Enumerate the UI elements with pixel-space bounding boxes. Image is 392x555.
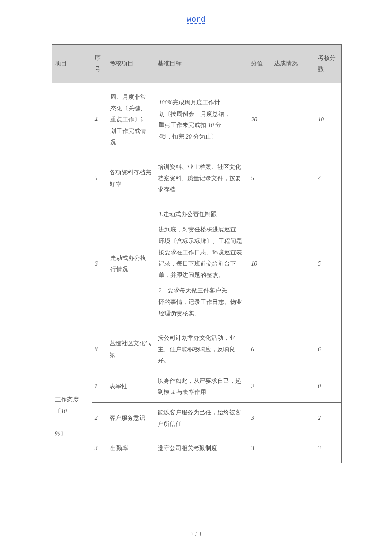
cell-item: 出勤率: [107, 434, 155, 463]
txt: 怀的事情，记录工作日志。物业经理负责核实。: [159, 297, 245, 319]
table-row: 6 走动式办公执行情况 1.走动式办公责任制跟 进到底，对责任楼栋进展巡查，环境…: [52, 200, 342, 328]
txt: 进到底，对责任楼栋进展巡查，环境〔含标示标牌〕、工程问题按要求在工作日志、环境巡…: [159, 224, 245, 281]
txt: 重点工作未完成扣: [159, 122, 208, 128]
cell-score: 2: [248, 371, 271, 402]
cell-assess: 2: [315, 403, 342, 434]
txt: 工作态度〔: [55, 396, 79, 414]
table-row: 2 客户服务意识 能以客户服务为己任，始终被客户所信任 3 2: [52, 403, 342, 434]
cell-item: 客户服务意识: [107, 403, 155, 434]
txt: 1.: [159, 211, 163, 217]
txt: 100%: [159, 99, 173, 106]
txt: 〕: [60, 431, 66, 437]
cell-standard: 培训资料、业主档案、社区文化档案资料、质量记录文件，按要求存档: [155, 157, 248, 200]
th-score: 分值: [248, 45, 271, 83]
cell-no: 4: [92, 83, 107, 157]
cell-item: 表率性: [107, 371, 155, 402]
txt: 完成周月度工作计: [173, 99, 220, 106]
txt: 20: [186, 133, 192, 140]
header-link[interactable]: word: [0, 15, 392, 24]
assessment-table: 项目 序号 考核项目 基准目标 分值 达成情况 考核分数 4 周、月度非常态化〔…: [52, 44, 342, 463]
cell-reach: [271, 83, 315, 157]
table-row: 8 营造社区文化气氛 按公司计划举办文化活动，业主、住户能积极响应，反响良好。 …: [52, 328, 342, 371]
cell-standard: 1.走动式办公责任制跟 进到底，对责任楼栋进展巡查，环境〔含标示标牌〕、工程问题…: [155, 200, 248, 328]
th-assess: 考核分数: [315, 45, 342, 83]
cell-assess: 0: [315, 371, 342, 402]
cell-assess: 6: [315, 328, 342, 371]
page-number: 3 / 8: [0, 531, 392, 538]
table-row: 3 出勤率 遵守公司相关考勤制度 3 3: [52, 434, 342, 463]
cell-standard: 能以客户服务为己任，始终被客户所信任: [155, 403, 248, 434]
cell-score: 10: [248, 200, 271, 328]
txt: 分为止〕: [192, 133, 217, 140]
cell-no: 2: [92, 403, 107, 434]
cell-score: 3: [248, 403, 271, 434]
table-header-row: 项目 序号 考核项目 基准目标 分值 达成情况 考核分数: [52, 45, 342, 83]
txt: %: [55, 431, 60, 437]
cell-score: 3: [248, 434, 271, 463]
txt: X: [171, 389, 175, 395]
txt: 10: [61, 408, 67, 414]
cell-score: 5: [248, 157, 271, 200]
cell-reach: [271, 371, 315, 402]
cell-no: 8: [92, 328, 107, 371]
cell-item: 周、月度非常态化〔关键、重点工作〕计划工作完成情况: [107, 83, 155, 157]
cell-no: 1: [92, 371, 107, 402]
th-no: 序号: [92, 45, 107, 83]
cell-score: 6: [248, 328, 271, 371]
cell-no: 3: [92, 434, 107, 463]
cell-item: 各项资料存档完好率: [107, 157, 155, 200]
table-row: 工作态度〔10 %〕 1 表率性 以身作如此，从严要求自己，起到模 X 与表率作…: [52, 371, 342, 402]
txt: 分: [214, 122, 222, 128]
cell-score: 20: [248, 83, 271, 157]
cell-reach: [271, 328, 315, 371]
txt: 划〔按周例会、月度总结，: [159, 111, 230, 117]
cell-standard: 100%完成周月度工作计 划〔按周例会、月度总结， 重点工作未完成扣 10 分 …: [155, 83, 248, 157]
cell-assess: 3: [315, 434, 342, 463]
txt: 项，扣完: [160, 133, 186, 140]
th-reach: 达成情况: [271, 45, 315, 83]
txt: 要求每天做三件客户关: [167, 287, 227, 294]
cell-reach: [271, 403, 315, 434]
th-project: 项目: [52, 45, 92, 83]
table-row: 5 各项资料存档完好率 培训资料、业主档案、社区文化档案资料、质量记录文件，按要…: [52, 157, 342, 200]
cell-standard: 以身作如此，从严要求自己，起到模 X 与表率作用: [155, 371, 248, 402]
cell-assess: 4: [315, 157, 342, 200]
table-row: 4 周、月度非常态化〔关键、重点工作〕计划工作完成情况 100%完成周月度工作计…: [52, 83, 342, 157]
cell-item: 走动式办公执行情况: [107, 200, 155, 328]
cell-project: 工作态度〔10 %〕: [52, 371, 92, 463]
cell-reach: [271, 157, 315, 200]
th-standard: 基准目标: [155, 45, 248, 83]
cell-item: 营造社区文化气氛: [107, 328, 155, 371]
cell-no: 6: [92, 200, 107, 328]
cell-assess: 5: [315, 200, 342, 328]
txt: 10: [208, 122, 214, 128]
cell-reach: [271, 434, 315, 463]
txt: 与表率作用: [175, 389, 207, 395]
txt: 走动式办公责任制跟: [163, 211, 217, 217]
cell-standard: 按公司计划举办文化活动，业主、住户能积极响应，反响良好。: [155, 328, 248, 371]
cell-project: [52, 83, 92, 371]
txt: 2．: [159, 287, 167, 294]
th-item: 考核项目: [107, 45, 155, 83]
cell-no: 5: [92, 157, 107, 200]
cell-reach: [271, 200, 315, 328]
cell-assess: 10: [315, 83, 342, 157]
cell-standard: 遵守公司相关考勤制度: [155, 434, 248, 463]
